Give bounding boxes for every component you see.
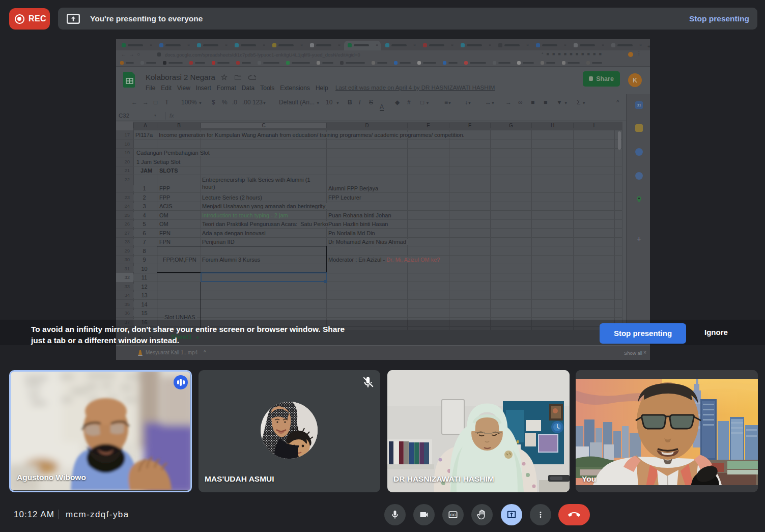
- svg-text:CC: CC: [450, 513, 456, 517]
